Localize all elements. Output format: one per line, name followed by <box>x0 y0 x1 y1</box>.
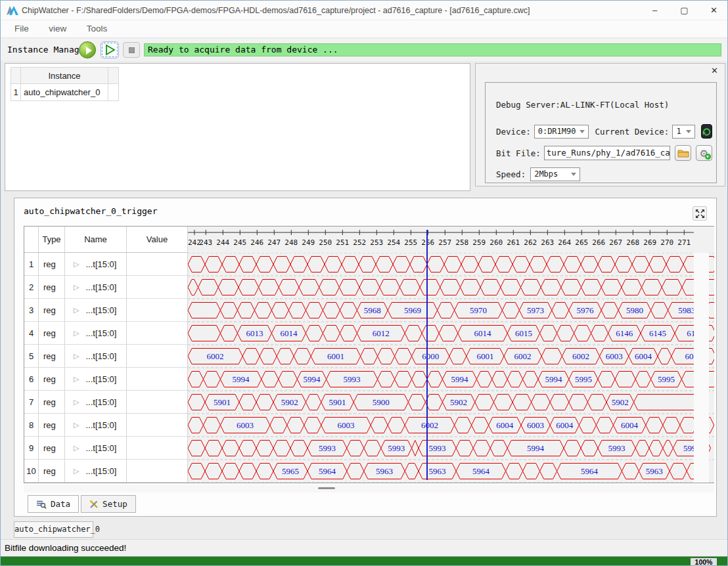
expander-icon[interactable]: ▷ <box>74 467 79 475</box>
svg-text:254: 254 <box>387 238 400 247</box>
app-logo-icon <box>7 6 18 18</box>
time-cursor[interactable] <box>426 230 428 480</box>
svg-text:268: 268 <box>626 238 639 247</box>
signal-header-type[interactable]: Type <box>39 227 65 253</box>
instance-table-corner <box>11 67 21 84</box>
stop-button[interactable] <box>123 42 140 58</box>
svg-text:6012: 6012 <box>373 328 390 338</box>
signal-value <box>127 299 188 322</box>
signal-value <box>127 437 188 460</box>
minimize-button[interactable]: – <box>640 1 670 20</box>
window-title: ChipWatcher - F:/SharedFolders/Demo/FPGA… <box>22 1 530 20</box>
svg-text:5963: 5963 <box>429 466 446 476</box>
signal-type: reg <box>39 253 65 276</box>
current-device-label: Current Device: <box>595 127 669 137</box>
expander-icon[interactable]: ▷ <box>74 421 79 429</box>
expander-icon[interactable]: ▷ <box>74 283 79 292</box>
signal-header-value[interactable]: Value <box>127 227 188 253</box>
maximize-button[interactable]: ▢ <box>670 1 699 20</box>
signal-row[interactable]: 10reg▷...t[15:0] <box>24 460 187 483</box>
bit-file-input[interactable]: ture_Runs/phy_1/ad7616_capture.bit <box>544 146 670 160</box>
close-button[interactable]: ✕ <box>699 1 728 20</box>
tab-data[interactable]: Data <box>28 495 79 513</box>
signal-type: reg <box>39 322 65 345</box>
signal-row[interactable]: 2reg▷...t[15:0] <box>24 276 187 299</box>
menu-bar: File view Tools <box>1 20 728 37</box>
signal-row[interactable]: 8reg▷...t[15:0] <box>24 414 187 437</box>
svg-text:6000: 6000 <box>422 351 439 361</box>
expander-icon[interactable]: ▷ <box>74 444 79 452</box>
wave-area[interactable]: 2422432442452462472482492502512522532542… <box>188 227 714 483</box>
scrollbar-thumb[interactable] <box>318 487 335 489</box>
debug-server-label: Debug Server:AL-LINK-FT(Local Host) <box>496 100 669 110</box>
expander-icon[interactable]: ▷ <box>74 260 79 269</box>
svg-text:252: 252 <box>353 238 366 247</box>
refresh-devices-button[interactable] <box>701 124 712 139</box>
browse-bitfile-button[interactable] <box>675 145 691 161</box>
signal-type: reg <box>39 345 65 368</box>
trigger-title: auto_chipwatcher_0_trigger <box>24 206 158 216</box>
svg-text:259: 259 <box>472 238 486 247</box>
expander-icon[interactable]: ▷ <box>74 352 79 360</box>
svg-text:5993: 5993 <box>344 374 361 384</box>
horizontal-scrollbar[interactable] <box>24 485 714 492</box>
expander-icon[interactable]: ▷ <box>74 398 79 406</box>
signal-name: ▷...t[15:0] <box>65 437 127 460</box>
svg-text:6004: 6004 <box>556 420 574 430</box>
expand-fullscreen-button[interactable] <box>693 206 707 221</box>
svg-text:5983: 5983 <box>678 305 695 315</box>
device-label: Device: <box>496 127 531 137</box>
signal-type: reg <box>39 414 65 437</box>
svg-text:5994: 5994 <box>527 443 545 453</box>
signal-row[interactable]: 7reg▷...t[15:0] <box>24 391 187 414</box>
wave-grid: Type Name Value 1reg▷...t[15:0]2reg▷...t… <box>24 226 714 483</box>
signal-row[interactable]: 3reg▷...t[15:0] <box>24 299 187 322</box>
expander-icon[interactable]: ▷ <box>74 375 79 383</box>
signal-type: reg <box>39 391 65 414</box>
menu-tools[interactable]: Tools <box>78 20 116 37</box>
instance-table: Instance 1 auto_chipwatcher_0 <box>11 67 119 101</box>
waveform-panel: auto_chipwatcher_0_trigger Type Name Val… <box>14 198 717 517</box>
timeline-ruler: 2422432442452462472482492502512522532542… <box>188 227 714 253</box>
signal-row[interactable]: 6reg▷...t[15:0] <box>24 368 187 391</box>
signal-row[interactable]: 9reg▷...t[15:0] <box>24 437 187 460</box>
signal-row[interactable]: 5reg▷...t[15:0] <box>24 345 187 368</box>
current-device-select[interactable]: 1 <box>672 125 695 139</box>
menu-view[interactable]: view <box>40 20 75 37</box>
run-button[interactable] <box>79 41 96 58</box>
svg-text:271: 271 <box>677 238 691 247</box>
download-bitfile-button[interactable]: ⚙ <box>696 145 712 161</box>
signal-table: Type Name Value 1reg▷...t[15:0]2reg▷...t… <box>24 227 188 483</box>
instance-column-header[interactable]: Instance <box>21 67 108 84</box>
signal-row[interactable]: 1reg▷...t[15:0] <box>24 253 187 276</box>
signal-value <box>127 322 188 345</box>
tab-auto-chipwatcher-0[interactable]: auto_chipwatcher_0 <box>14 521 93 538</box>
speed-select[interactable]: 2Mbps <box>530 167 580 181</box>
svg-text:5964: 5964 <box>472 466 490 476</box>
svg-text:249: 249 <box>302 238 315 247</box>
signal-index: 4 <box>24 322 39 345</box>
signal-index: 1 <box>24 253 39 276</box>
svg-text:6014: 6014 <box>280 328 298 338</box>
signal-row[interactable]: 4reg▷...t[15:0] <box>24 322 187 345</box>
signal-value <box>127 345 188 368</box>
expander-icon[interactable]: ▷ <box>74 329 79 337</box>
instance-row-name[interactable]: auto_chipwatcher_0 <box>21 84 108 101</box>
signal-header-name[interactable]: Name <box>65 227 127 253</box>
device-panel-close-icon[interactable]: ✕ <box>711 66 718 76</box>
signal-name-text: ...t[15:0] <box>85 351 116 361</box>
tab-setup[interactable]: Setup <box>81 495 136 513</box>
menu-file[interactable]: File <box>6 20 37 37</box>
signal-index: 7 <box>24 391 39 414</box>
signal-index: 2 <box>24 276 39 299</box>
play-icon <box>86 47 92 54</box>
start-capture-button[interactable] <box>101 41 119 58</box>
folder-icon <box>677 148 689 158</box>
device-select[interactable]: 0:DR1M90 <box>534 125 589 139</box>
expander-icon[interactable]: ▷ <box>74 306 79 315</box>
svg-text:266: 266 <box>592 238 605 247</box>
signal-name-text: ...t[15:0] <box>85 259 116 269</box>
svg-text:6003: 6003 <box>527 420 544 430</box>
svg-text:5994: 5994 <box>233 374 250 384</box>
bit-file-label: Bit File: <box>496 148 541 158</box>
